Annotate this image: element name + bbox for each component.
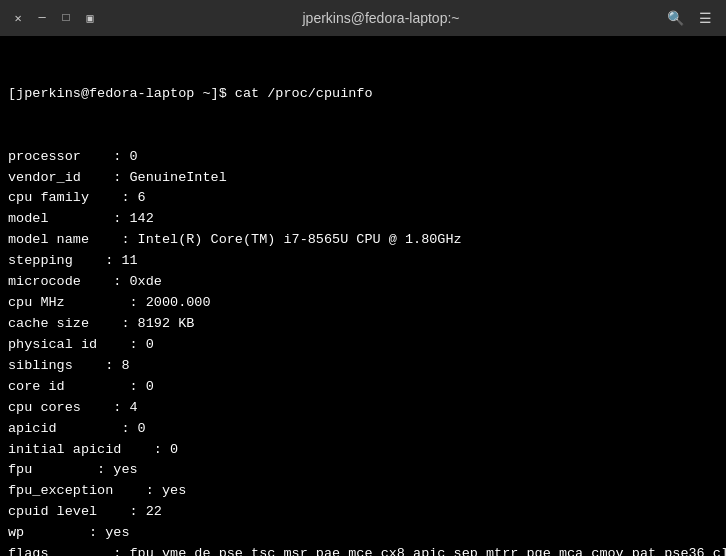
- terminal-icon-btn[interactable]: ▣: [82, 10, 98, 26]
- terminal-line: microcode : 0xde: [8, 272, 718, 293]
- terminal-line: core id : 0: [8, 377, 718, 398]
- command-line: [jperkins@fedora-laptop ~]$ cat /proc/cp…: [8, 84, 718, 105]
- terminal-line: cpu cores : 4: [8, 398, 718, 419]
- terminal-line: vendor_id : GenuineIntel: [8, 168, 718, 189]
- terminal-line: physical id : 0: [8, 335, 718, 356]
- terminal-line: cache size : 8192 KB: [8, 314, 718, 335]
- close-icon: ✕: [14, 11, 21, 26]
- terminal-line: fpu_exception : yes: [8, 481, 718, 502]
- minimize-icon: ─: [38, 11, 45, 25]
- terminal-line: stepping : 11: [8, 251, 718, 272]
- terminal-line: flags : fpu vme de pse tsc msr pae mce c…: [8, 544, 718, 556]
- terminal-content: [jperkins@fedora-laptop ~]$ cat /proc/cp…: [0, 36, 726, 556]
- hamburger-icon: ☰: [699, 10, 712, 27]
- terminal-line: apicid : 0: [8, 419, 718, 440]
- terminal-line: model name : Intel(R) Core(TM) i7-8565U …: [8, 230, 718, 251]
- terminal-line: processor : 0: [8, 147, 718, 168]
- terminal-line: fpu : yes: [8, 460, 718, 481]
- terminal-line: wp : yes: [8, 523, 718, 544]
- title-bar-actions: 🔍 ☰: [664, 7, 716, 29]
- maximize-icon: □: [62, 11, 69, 25]
- menu-button[interactable]: ☰: [694, 7, 716, 29]
- search-icon: 🔍: [667, 10, 684, 27]
- close-button[interactable]: ✕: [10, 10, 26, 26]
- maximize-button[interactable]: □: [58, 10, 74, 26]
- terminal-line: cpu MHz : 2000.000: [8, 293, 718, 314]
- terminal-line: cpu family : 6: [8, 188, 718, 209]
- terminal-output: processor : 0vendor_id : GenuineIntelcpu…: [8, 147, 718, 556]
- terminal-line: siblings : 8: [8, 356, 718, 377]
- window-title: jperkins@fedora-laptop:~: [302, 10, 459, 26]
- terminal-icon: ▣: [86, 11, 93, 26]
- title-bar-controls: ✕ ─ □ ▣: [10, 10, 98, 26]
- title-bar: ✕ ─ □ ▣ jperkins@fedora-laptop:~ 🔍 ☰: [0, 0, 726, 36]
- search-button[interactable]: 🔍: [664, 7, 686, 29]
- minimize-button[interactable]: ─: [34, 10, 50, 26]
- terminal-line: initial apicid : 0: [8, 440, 718, 461]
- terminal-line: cpuid level : 22: [8, 502, 718, 523]
- terminal-line: model : 142: [8, 209, 718, 230]
